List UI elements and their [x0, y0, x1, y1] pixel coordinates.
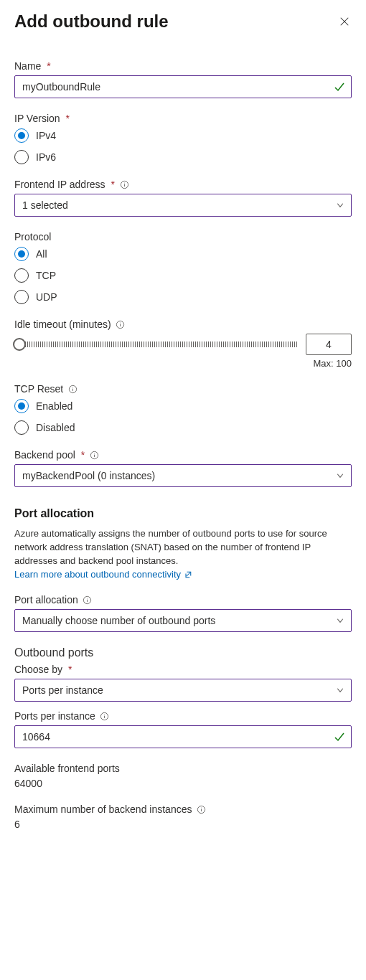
tcpreset-radio-disabled[interactable]: Disabled [14, 420, 352, 435]
required-asterisk: * [68, 664, 72, 675]
maxinstances-label: Maximum number of backend instances [14, 804, 192, 815]
required-asterisk: * [47, 60, 50, 72]
portalloc-section-title: Port allocation [14, 507, 352, 520]
availableports-label: Available frontend ports [14, 763, 120, 774]
idletimeout-max-label: Max: 100 [14, 358, 352, 369]
close-icon [339, 17, 349, 27]
select-value: Manually choose number of outbound ports [22, 615, 215, 626]
protocol-radio-group: All TCP UDP [14, 247, 352, 304]
radio-label: All [36, 248, 47, 260]
backendpool-select[interactable]: myBackendPool (0 instances) [14, 464, 352, 487]
portalloc-select[interactable]: Manually choose number of outbound ports [14, 609, 352, 632]
radio-icon [14, 247, 29, 261]
info-icon[interactable] [116, 319, 126, 329]
radio-icon [14, 268, 29, 283]
select-value: myBackendPool (0 instances) [22, 470, 155, 481]
radio-icon [14, 290, 29, 304]
required-asterisk: * [66, 113, 70, 124]
radio-icon [14, 420, 29, 435]
info-icon[interactable] [89, 450, 99, 460]
idletimeout-label: Idle timeout (minutes) [14, 319, 111, 330]
info-icon[interactable] [67, 384, 78, 394]
slider-thumb[interactable] [13, 338, 26, 351]
tcpreset-label: TCP Reset [14, 383, 63, 395]
protocol-radio-udp[interactable]: UDP [14, 290, 352, 304]
chevron-down-icon [335, 471, 345, 481]
portalloc-label: Port allocation [14, 594, 78, 606]
portsperinstance-input[interactable] [14, 725, 352, 748]
select-value: Ports per instance [22, 684, 103, 696]
info-icon[interactable] [83, 595, 93, 605]
chevron-down-icon [335, 616, 345, 626]
svg-point-4 [124, 182, 125, 183]
svg-point-10 [72, 387, 73, 387]
checkmark-icon [333, 80, 346, 93]
radio-icon [14, 399, 29, 413]
radio-label: IPv6 [36, 151, 56, 163]
svg-point-13 [94, 453, 95, 453]
protocol-radio-all[interactable]: All [14, 247, 352, 261]
chevron-down-icon [335, 685, 345, 695]
radio-label: Disabled [36, 422, 75, 433]
svg-point-20 [104, 714, 105, 715]
portalloc-learn-more-link[interactable]: Learn more about outbound connectivity [14, 568, 192, 582]
chevron-down-icon [335, 200, 345, 210]
required-asterisk: * [81, 449, 85, 461]
portsperinstance-label: Ports per instance [14, 710, 95, 722]
portalloc-description: Azure automatically assigns the number o… [14, 527, 352, 581]
ipversion-radio-ipv6[interactable]: IPv6 [14, 150, 352, 164]
tcpreset-radio-enabled[interactable]: Enabled [14, 399, 352, 413]
info-icon[interactable] [119, 179, 129, 189]
radio-label: IPv4 [36, 130, 56, 141]
chooseby-label: Choose by [14, 664, 62, 675]
protocol-label: Protocol [14, 231, 51, 242]
name-label: Name [14, 60, 41, 72]
outboundports-title: Outbound ports [14, 646, 352, 659]
required-asterisk: * [111, 179, 115, 190]
info-icon[interactable] [196, 804, 206, 814]
radio-icon [14, 150, 29, 164]
availableports-value: 64000 [14, 778, 352, 789]
select-value: 1 selected [22, 199, 68, 211]
panel-title: Add outbound rule [14, 11, 169, 32]
checkmark-icon [333, 730, 346, 743]
radio-label: UDP [36, 291, 57, 303]
backendpool-label: Backend pool [14, 449, 75, 461]
name-input[interactable] [14, 75, 352, 98]
maxinstances-value: 6 [14, 819, 352, 830]
external-link-icon [184, 570, 192, 579]
idletimeout-slider[interactable] [14, 337, 297, 352]
ipversion-radio-group: IPv4 IPv6 [14, 128, 352, 164]
svg-point-23 [201, 807, 202, 808]
radio-label: Enabled [36, 400, 72, 412]
frontendip-select[interactable]: 1 selected [14, 194, 352, 217]
radio-icon [14, 128, 29, 143]
ipversion-label: IP Version [14, 113, 60, 124]
frontendip-label: Frontend IP address [14, 179, 105, 190]
idletimeout-value-input[interactable] [306, 334, 352, 355]
tcpreset-radio-group: Enabled Disabled [14, 399, 352, 435]
svg-point-7 [120, 322, 121, 323]
svg-point-17 [87, 598, 88, 598]
protocol-radio-tcp[interactable]: TCP [14, 268, 352, 283]
info-icon[interactable] [100, 711, 110, 721]
radio-label: TCP [36, 270, 56, 281]
chooseby-select[interactable]: Ports per instance [14, 679, 352, 702]
close-button[interactable] [337, 14, 352, 29]
ipversion-radio-ipv4[interactable]: IPv4 [14, 128, 352, 143]
slider-track [14, 341, 297, 347]
svg-line-14 [187, 572, 191, 576]
